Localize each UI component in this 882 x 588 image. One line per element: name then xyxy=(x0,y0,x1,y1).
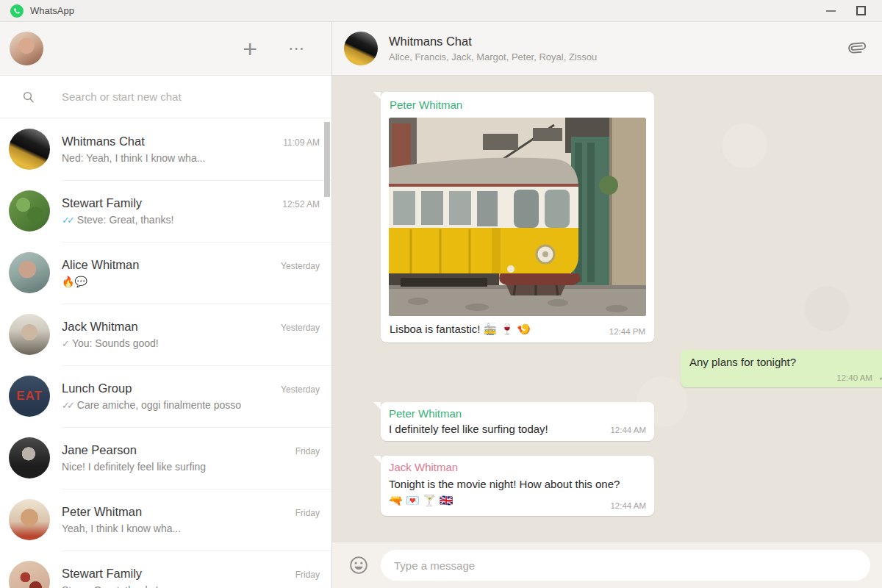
message-sender: Jack Whitman xyxy=(389,461,646,473)
sidebar: + ⋯ Whitmans Chat 11:09 AM xyxy=(0,22,332,588)
whatsapp-logo-icon xyxy=(10,4,24,18)
message-meta: 12:40 AM ✓ xyxy=(689,370,882,383)
chat-row-body: Jack Whitman Yesterday ✓You: Sounds good… xyxy=(62,320,320,349)
avatar: EAT xyxy=(9,376,50,417)
chat-preview: ✓✓Care amiche, oggi finalmente posso xyxy=(62,399,320,411)
message-text: Tonight is the movie night! How about th… xyxy=(389,476,639,509)
chat-preview: Ned: Yeah, I think I know wha... xyxy=(62,152,320,164)
chat-name: Stewart Family xyxy=(62,196,275,210)
my-profile-avatar[interactable] xyxy=(10,32,43,65)
sidebar-header: + ⋯ xyxy=(0,22,331,76)
chat-list-item-jane-pearson[interactable]: Jane Pearson Friday Nice! I definitely f… xyxy=(0,427,331,489)
chat-name: Alice Whitman xyxy=(62,258,273,272)
chat-time: 12:52 AM xyxy=(282,199,320,209)
chat-row-body: Stewart Family 12:52 AM ✓✓Steve: Great, … xyxy=(62,196,320,226)
chat-name: Jane Pearson xyxy=(62,443,288,457)
chat-name: Stewart Family xyxy=(62,567,288,581)
chat-name: Lunch Group xyxy=(62,381,273,395)
delivered-ticks-icon: ✓✓ xyxy=(62,400,72,411)
chat-name: Peter Whitman xyxy=(62,505,288,519)
paperclip-icon xyxy=(843,34,870,61)
chat-time: Friday xyxy=(295,508,320,518)
chat-preview-text: Steve: Great, thanks! xyxy=(77,214,174,226)
chat-row-body: Peter Whitman Friday Yeah, I think I kno… xyxy=(62,505,320,534)
message-outgoing: Any plans for tonight? 12:40 AM ✓ xyxy=(681,350,882,387)
sent-tick-icon: ✓ xyxy=(62,338,67,349)
chat-panel: Whitmans Chat Alice, Francis, Jack, Marg… xyxy=(332,22,882,588)
minimize-icon xyxy=(826,10,836,12)
chat-titles[interactable]: Whitmans Chat Alice, Francis, Jack, Marg… xyxy=(389,35,844,62)
avatar xyxy=(9,499,50,540)
message-sender: Peter Whitman xyxy=(389,407,646,420)
avatar-label: EAT xyxy=(16,389,43,404)
chat-time: Yesterday xyxy=(281,384,320,395)
avatar xyxy=(9,314,50,355)
chat-list-item-peter-whitman[interactable]: Peter Whitman Friday Yeah, I think I kno… xyxy=(0,489,331,551)
chat-preview: Nice! I definitely feel like surfing xyxy=(62,461,320,473)
message-incoming-image: Peter Whitman xyxy=(381,92,654,343)
avatar xyxy=(9,437,50,478)
avatar xyxy=(9,561,50,588)
chat-list-item-stewart-family[interactable]: Stewart Family 12:52 AM ✓✓Steve: Great, … xyxy=(0,180,331,242)
smiley-icon xyxy=(348,555,369,576)
minimize-button[interactable] xyxy=(816,0,845,22)
message-time: 12:40 AM xyxy=(836,373,872,382)
chat-time: Friday xyxy=(295,570,320,580)
chat-header: Whitmans Chat Alice, Francis, Jack, Marg… xyxy=(332,22,882,76)
chat-row-body: Lunch Group Yesterday ✓✓Care amiche, ogg… xyxy=(62,381,320,411)
search-input[interactable] xyxy=(62,90,318,103)
sent-tick-icon: ✓ xyxy=(878,372,882,383)
chat-row-body: Stewart Family Friday Steve: Great, than… xyxy=(62,567,320,588)
chat-list-item-jack-whitman[interactable]: Jack Whitman Yesterday ✓You: Sounds good… xyxy=(0,304,331,365)
chat-time: Yesterday xyxy=(281,261,320,271)
chat-list-item-whitmans-chat[interactable]: Whitmans Chat 11:09 AM Ned: Yeah, I thin… xyxy=(0,118,331,180)
chat-preview: 🔥💬 xyxy=(62,276,320,287)
composer-bar xyxy=(332,542,882,588)
chat-preview-text: You: Sounds good! xyxy=(72,337,159,349)
search-bar xyxy=(0,76,331,118)
chat-time: 11:09 AM xyxy=(283,137,320,148)
new-chat-icon[interactable]: + xyxy=(243,37,257,60)
chat-list-scrollbar[interactable] xyxy=(324,122,330,197)
message-sender: Peter Whitman xyxy=(389,97,646,115)
chat-name: Whitmans Chat xyxy=(62,135,276,148)
message-time: 12:44 AM xyxy=(610,501,646,510)
message-text: I definitely feel like surfing today! xyxy=(389,423,548,435)
message-input[interactable] xyxy=(381,550,870,581)
menu-icon[interactable]: ⋯ xyxy=(288,37,305,60)
chat-avatar[interactable] xyxy=(344,32,378,65)
avatar xyxy=(9,129,50,170)
app-title: WhatsApp xyxy=(30,5,74,16)
message-time: 12:44 AM xyxy=(600,426,646,435)
chat-preview: ✓✓Steve: Great, thanks! xyxy=(62,214,320,226)
chat-list: Whitmans Chat 11:09 AM Ned: Yeah, I thin… xyxy=(0,118,331,588)
avatar xyxy=(9,252,50,293)
message-photo-lisbon-tram[interactable] xyxy=(389,118,646,316)
chat-time: Friday xyxy=(295,446,320,456)
chat-preview-text: Care amiche, oggi finalmente posso xyxy=(77,399,241,411)
chat-preview: Steve: Great, thanks! xyxy=(62,584,320,588)
titlebar: WhatsApp xyxy=(0,0,882,22)
whatsapp-window: WhatsApp + ⋯ xyxy=(0,0,882,588)
maximize-icon xyxy=(856,6,866,15)
emoji-button[interactable] xyxy=(348,555,369,576)
chat-time: Yesterday xyxy=(281,323,320,333)
chat-list-item-stewart-family-2[interactable]: Stewart Family Friday Steve: Great, than… xyxy=(0,551,331,588)
chat-list-item-alice-whitman[interactable]: Alice Whitman Yesterday 🔥💬 xyxy=(0,242,331,304)
chat-row-body: Jane Pearson Friday Nice! I definitely f… xyxy=(62,443,320,473)
read-ticks-icon: ✓✓ xyxy=(62,215,72,226)
message-area: Peter Whitman xyxy=(332,76,882,542)
search-icon xyxy=(22,90,35,104)
maximize-button[interactable] xyxy=(845,0,875,22)
chat-list-item-lunch-group[interactable]: EAT Lunch Group Yesterday ✓✓Care amiche,… xyxy=(0,365,331,427)
chat-name: Jack Whitman xyxy=(62,320,273,334)
message-time: 12:44 PM xyxy=(599,327,645,336)
main-area: + ⋯ Whitmans Chat 11:09 AM xyxy=(0,22,882,588)
message-caption: Lisboa is fantastic! 🚋 🍷 🍤 xyxy=(390,323,531,336)
message-incoming-jack: Jack Whitman Tonight is the movie night!… xyxy=(381,456,654,516)
chat-row-body: Whitmans Chat 11:09 AM Ned: Yeah, I thin… xyxy=(62,135,320,164)
chat-participants: Alice, Francis, Jack, Margot, Peter, Roy… xyxy=(389,51,844,62)
chat-title: Whitmans Chat xyxy=(389,35,844,49)
chat-row-body: Alice Whitman Yesterday 🔥💬 xyxy=(62,258,320,287)
attach-button[interactable] xyxy=(844,35,869,62)
